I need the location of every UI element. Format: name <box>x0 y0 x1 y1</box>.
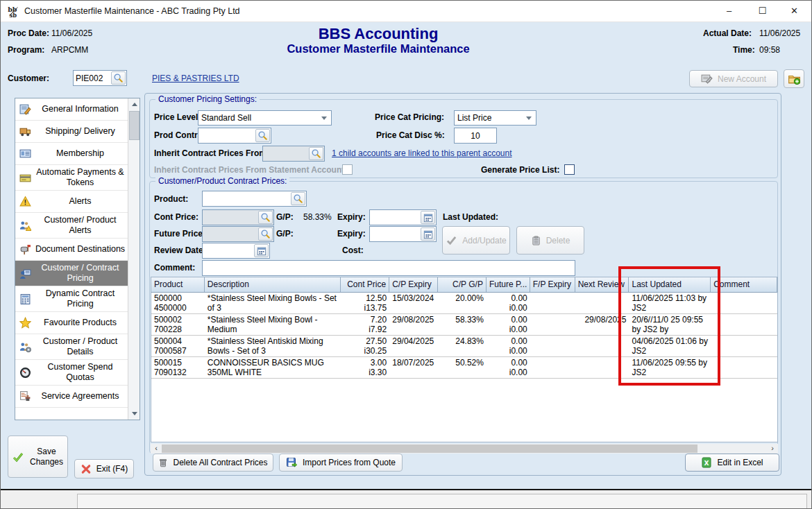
inherit-statement-checkbox[interactable] <box>342 164 353 175</box>
maximize-button[interactable]: ☐ <box>747 1 778 21</box>
fp-expiry-calendar-icon[interactable] <box>421 227 435 241</box>
sidebar-item-dynamic-contract-pricing[interactable]: Dynamic Contract Pricing <box>15 286 128 312</box>
table-cell: 50.52% <box>438 357 487 378</box>
sidebar-item-customer-spend-quotas[interactable]: Customer Spend Quotas <box>15 360 128 386</box>
new-account-button[interactable]: New Account <box>689 70 778 87</box>
customer-code-field[interactable] <box>73 70 127 86</box>
column-header-future-p[interactable]: Future P... <box>487 277 530 292</box>
prod-contract-input[interactable] <box>198 131 255 141</box>
cont-price-search-icon[interactable] <box>258 211 273 224</box>
column-header-description[interactable]: Description <box>205 277 341 292</box>
review-date-input[interactable] <box>203 246 254 256</box>
future-price-search-icon[interactable] <box>258 227 273 241</box>
price-cat-disc-field[interactable] <box>454 128 497 144</box>
comment-field[interactable] <box>202 260 575 276</box>
exit-label: Exit (F4) <box>96 464 128 474</box>
fp-expiry-field[interactable] <box>369 226 437 242</box>
import-prices-from-quote-button[interactable]: Import Prices from Quote <box>279 454 403 472</box>
table-cell: 3.00i3.30 <box>341 357 389 378</box>
disk-import-icon <box>286 457 298 468</box>
generate-price-list-checkbox[interactable] <box>564 164 575 175</box>
scroll-down-icon[interactable] <box>128 408 140 420</box>
table-row[interactable]: 500002700228*Stainless Steel Mixing Bowl… <box>151 314 777 336</box>
column-header-c-p-expiry[interactable]: C/P Expiry <box>389 277 438 292</box>
sidebar-item-service-agreements[interactable]: Service Agreements <box>15 386 128 408</box>
sidebar-item-label: Service Agreements <box>33 391 127 402</box>
cont-price-field[interactable] <box>202 209 274 225</box>
sidebar-item-label: Customer / Product Details <box>33 336 127 357</box>
new-account-label: New Account <box>718 74 766 84</box>
sidebar: General InformationShipping/ DeliveryMem… <box>15 98 140 420</box>
price-cat-disc-input[interactable] <box>455 131 496 141</box>
price-cat-pricing-value: List Price <box>457 113 491 123</box>
cont-price-input[interactable] <box>203 213 258 223</box>
future-price-input[interactable] <box>203 230 258 239</box>
review-date-calendar-icon[interactable] <box>254 244 269 257</box>
column-header-comment[interactable]: Comment <box>711 277 777 292</box>
calculator-icon <box>19 293 33 305</box>
sidebar-item-shipping-delivery[interactable]: Shipping/ Delivery <box>15 121 128 143</box>
product-input[interactable] <box>203 194 291 204</box>
sidebar-item-membership[interactable]: Membership <box>15 143 128 165</box>
sidebar-scroll-thumb[interactable] <box>129 111 139 140</box>
review-date-field[interactable] <box>202 243 270 259</box>
edit-in-excel-button[interactable]: X Edit in Excel <box>685 454 779 472</box>
sidebar-item-favourite-products[interactable]: Favourite Products <box>15 312 128 334</box>
exit-button[interactable]: Exit (F4) <box>74 459 134 478</box>
scroll-right-icon[interactable]: › <box>767 444 778 454</box>
inherit-from-field[interactable] <box>262 146 325 162</box>
scroll-up-icon[interactable] <box>128 98 140 110</box>
table-horizontal-scrollbar[interactable]: ‹ › <box>151 444 778 454</box>
table-row[interactable]: 5000004500000*Stainless Steel Mixing Bow… <box>151 293 777 314</box>
inherit-from-search-icon[interactable] <box>309 147 323 160</box>
column-header-cont-price[interactable]: Cont Price <box>341 277 389 292</box>
cp-expiry-input[interactable] <box>370 213 421 223</box>
column-header-next-review[interactable]: Next Review <box>575 277 629 292</box>
table-row[interactable]: 5000047000587*Stainless Steel Antiskid M… <box>151 336 777 357</box>
prod-contract-field[interactable] <box>198 128 271 144</box>
prod-contract-search-icon[interactable] <box>255 129 270 142</box>
comment-input[interactable] <box>203 264 575 273</box>
column-header-product[interactable]: Product <box>151 277 205 292</box>
sidebar-scrollbar[interactable] <box>128 98 139 420</box>
sidebar-item-customer-contract-pricing[interactable]: Customer / Contract Pricing <box>15 261 128 286</box>
column-header-c-p-g-p[interactable]: C/P G/P <box>438 277 487 292</box>
gp-label: G/P: <box>276 212 294 222</box>
child-accounts-link[interactable]: 1 child accounts are linked to this pare… <box>332 148 512 158</box>
price-cat-pricing-select[interactable]: List Price <box>454 110 536 126</box>
inherit-from-input[interactable] <box>263 149 309 159</box>
product-field[interactable] <box>202 191 307 207</box>
cp-expiry-calendar-icon[interactable] <box>421 211 435 224</box>
delete-button[interactable]: Delete <box>516 226 584 254</box>
customer-label: Customer: <box>8 74 49 83</box>
status-bar <box>1 490 811 509</box>
sidebar-item-customer-product-alerts[interactable]: Customer/ Product Alerts <box>15 213 128 239</box>
main-panel: Customer Pricing Settings: Price Level: … <box>144 93 781 476</box>
close-button[interactable]: ✕ <box>779 1 810 21</box>
sidebar-item-general-information[interactable]: General Information <box>15 98 128 121</box>
cp-expiry-field[interactable] <box>369 209 437 225</box>
customer-name-link[interactable]: PIES & PASTRIES LTD <box>152 74 239 83</box>
open-folder-button[interactable] <box>784 69 804 88</box>
delete-all-contract-prices-button[interactable]: Delete All Contract Prices <box>153 454 273 472</box>
hscroll-thumb[interactable] <box>162 445 697 453</box>
customer-code-input[interactable] <box>74 74 111 83</box>
sidebar-item-label: Customer/ Product Alerts <box>33 215 127 236</box>
scroll-left-icon[interactable]: ‹ <box>151 444 162 454</box>
fp-expiry-input[interactable] <box>370 230 421 239</box>
sidebar-item-label: Favourite Products <box>33 318 127 328</box>
add-update-button[interactable]: Add/Update <box>442 226 510 254</box>
sidebar-item-document-destinations[interactable]: Document Destinations <box>15 239 128 261</box>
column-header-f-p-expiry[interactable]: F/P Expiry <box>530 277 575 292</box>
table-row[interactable]: 5000157090132CONNOISSEUR BASICS MUG 350M… <box>151 357 777 379</box>
save-changes-button[interactable]: Save Changes <box>8 435 68 478</box>
sidebar-item-customer-product-details[interactable]: Customer / Product Details <box>15 334 128 360</box>
product-search-icon[interactable] <box>291 192 305 205</box>
price-level-select[interactable]: Standard Sell <box>198 110 332 126</box>
sidebar-item-automatic-payments-tokens[interactable]: Automatic Payments & Tokens <box>15 165 128 191</box>
minimize-button[interactable]: – <box>713 1 745 21</box>
future-price-field[interactable] <box>202 226 274 242</box>
column-header-last-updated[interactable]: Last Updated <box>629 277 711 292</box>
customer-search-icon[interactable] <box>111 71 126 85</box>
sidebar-item-alerts[interactable]: Alerts <box>15 191 128 213</box>
